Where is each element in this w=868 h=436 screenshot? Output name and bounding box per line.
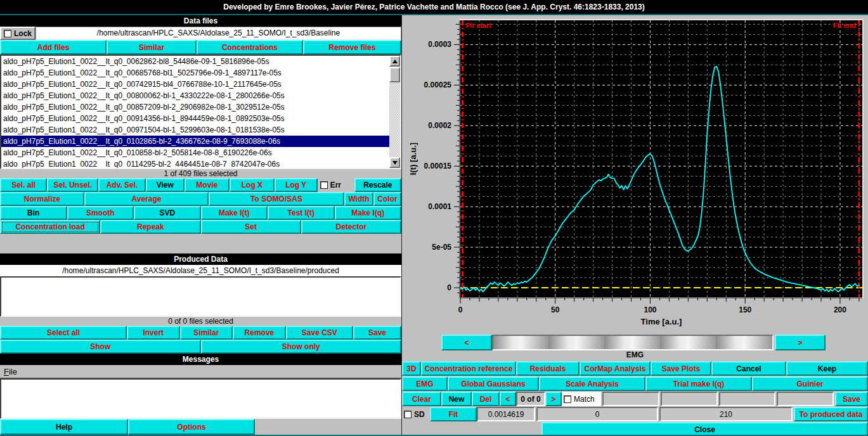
to-produced-data-button[interactable]: To produced data (794, 407, 868, 421)
test-it-button[interactable]: Test I(t) (268, 206, 335, 220)
make-iq-button[interactable]: Make I(q) (335, 206, 402, 220)
produced-invert-button[interactable]: Invert (127, 326, 180, 340)
svd-button[interactable]: SVD (134, 206, 201, 220)
save-plots-button[interactable]: Save Plots (651, 361, 711, 376)
err-toggle[interactable]: Err (318, 178, 354, 192)
set-button[interactable]: Set (201, 220, 301, 234)
match-checkbox[interactable] (564, 395, 571, 403)
close-row-filler (402, 422, 541, 436)
new-button[interactable]: New (441, 392, 472, 406)
svg-text:0: 0 (447, 283, 451, 292)
keep-button[interactable]: Keep (786, 361, 868, 376)
cormap-analysis-button[interactable]: CorMap Analysis (580, 361, 651, 376)
wheel-left-button[interactable]: < (441, 335, 492, 350)
remove-files-button[interactable]: Remove files (303, 40, 401, 54)
lock-checkbox[interactable] (4, 30, 11, 37)
list-item[interactable]: aldo_pH7p5_Elution1_0022__It_q0_0114295-… (1, 158, 389, 168)
movie-button[interactable]: Movie (185, 178, 230, 192)
sd-checkbox[interactable] (404, 411, 411, 418)
global-gaussians-button[interactable]: Global Gaussians (448, 376, 539, 391)
next-gaussian-button[interactable]: > (545, 392, 562, 406)
gaussian-field-3[interactable] (719, 392, 776, 406)
prev-gaussian-button[interactable]: < (500, 392, 516, 406)
repeak-button[interactable]: Repeak (100, 220, 200, 234)
make-it-button[interactable]: Make I(t) (201, 206, 268, 220)
fit-button[interactable]: Fit (430, 407, 477, 421)
bin-button[interactable]: Bin (0, 206, 67, 220)
produced-similar-button[interactable]: Similar (180, 326, 233, 340)
fit-tolerance-field[interactable]: 0.0014619 (477, 407, 535, 421)
log-x-button[interactable]: Log X (230, 178, 275, 192)
scroll-up-button[interactable] (389, 56, 400, 67)
scrollbar-thumb[interactable] (389, 67, 400, 82)
width-button[interactable]: Width (344, 192, 373, 206)
emg-button[interactable]: EMG (402, 376, 448, 391)
produced-remove-button[interactable]: Remove (233, 326, 286, 340)
scale-analysis-button[interactable]: Scale Analysis (539, 376, 645, 391)
list-item[interactable]: aldo_pH7p5_Elution1_0022__It_q0_00857209… (1, 101, 389, 113)
close-button[interactable]: Close (541, 422, 868, 436)
elution-position-wheel[interactable] (492, 335, 774, 350)
fit-range-end-field[interactable]: 210 (659, 407, 793, 421)
trial-make-iq-button[interactable]: Trial make I(q) (645, 376, 752, 391)
gaussian-field-1[interactable] (602, 392, 659, 406)
fit-range-start-field[interactable]: 0 (536, 407, 658, 421)
detector-button[interactable]: Detector (301, 220, 401, 234)
3d-button[interactable]: 3D (402, 361, 421, 376)
show-button[interactable]: Show (0, 340, 201, 354)
del-button[interactable]: Del (472, 392, 500, 406)
residuals-button[interactable]: Residuals (516, 361, 580, 376)
data-files-list[interactable]: aldo_pH7p5_Elution1_0022__It_q0_0062862-… (0, 54, 401, 169)
list-item[interactable]: aldo_pH7p5_Elution1_0022__It_q0_010858-b… (1, 147, 389, 158)
file-list-scrollbar[interactable] (389, 56, 400, 168)
file-menu[interactable]: File (4, 367, 17, 376)
match-toggle[interactable]: Match (562, 392, 601, 406)
save-csv-button[interactable]: Save CSV (286, 326, 353, 340)
select-unselect-button[interactable]: Sel. Unsel. (47, 178, 98, 192)
produced-data-list[interactable] (0, 276, 401, 317)
color-button[interactable]: Color (373, 192, 401, 206)
cancel-button[interactable]: Cancel (711, 361, 786, 376)
normalize-button[interactable]: Normalize (0, 192, 84, 206)
plot-area[interactable]: Fit startFit end05e-050.00010.000150.000… (402, 15, 868, 332)
gaussian-field-4[interactable] (777, 392, 834, 406)
list-item[interactable]: aldo_pH7p5_Elution1_0022__It_q0_0102865-… (1, 136, 389, 147)
produced-selection-status: 0 of 0 files selected (0, 317, 401, 326)
list-item[interactable]: aldo_pH7p5_Elution1_0022__It_q0_00914356… (1, 113, 389, 124)
to-somo-sas-button[interactable]: To SOMO/SAS (209, 192, 344, 206)
add-files-button[interactable]: Add files (0, 40, 107, 54)
rescale-button[interactable]: Rescale (354, 178, 401, 192)
clear-button[interactable]: Clear (402, 392, 441, 406)
elution-plot-canvas[interactable]: Fit startFit end05e-050.00010.000150.000… (402, 15, 868, 330)
gaussian-field-2[interactable] (661, 392, 718, 406)
sd-toggle[interactable]: SD (402, 407, 430, 421)
gaussian-save-button[interactable]: Save (835, 392, 868, 406)
window-titlebar: Developed by Emre Brookes, Javier Pérez,… (0, 0, 868, 14)
produced-select-all-button[interactable]: Select all (0, 326, 127, 340)
svg-text:5e-05: 5e-05 (432, 243, 451, 252)
select-all-button[interactable]: Sel. all (0, 178, 47, 192)
show-only-button[interactable]: Show only (201, 340, 402, 354)
list-item[interactable]: aldo_pH7p5_Elution1_0022__It_q0_00971504… (1, 124, 389, 136)
scroll-down-button[interactable] (389, 157, 400, 168)
help-button[interactable]: Help (0, 419, 128, 435)
list-item[interactable]: aldo_pH7p5_Elution1_0022__It_q0_00742915… (1, 79, 389, 90)
average-button[interactable]: Average (84, 192, 209, 206)
wheel-right-button[interactable]: > (775, 335, 826, 350)
concentrations-button[interactable]: Concentrations (197, 40, 303, 54)
log-y-button[interactable]: Log Y (275, 178, 318, 192)
options-button[interactable]: Options (128, 419, 255, 435)
view-button[interactable]: View (146, 178, 185, 192)
list-item[interactable]: aldo_pH7p5_Elution1_0022__It_q0_00685768… (1, 67, 389, 79)
lock-toggle[interactable]: Lock (0, 27, 36, 40)
smooth-button[interactable]: Smooth (67, 206, 134, 220)
err-checkbox[interactable] (320, 181, 328, 189)
concentration-load-button[interactable]: Concentration load (0, 220, 100, 234)
advanced-select-button[interactable]: Adv. Sel. (98, 178, 145, 192)
produced-save-button[interactable]: Save (353, 326, 401, 340)
list-item[interactable]: aldo_pH7p5_Elution1_0022__It_q0_00800062… (1, 90, 389, 101)
concentration-reference-button[interactable]: Concentration reference (421, 361, 516, 376)
similar-files-button[interactable]: Similar (107, 40, 197, 54)
guinier-button[interactable]: Guinier (752, 376, 868, 391)
list-item[interactable]: aldo_pH7p5_Elution1_0022__It_q0_0062862-… (1, 56, 389, 67)
